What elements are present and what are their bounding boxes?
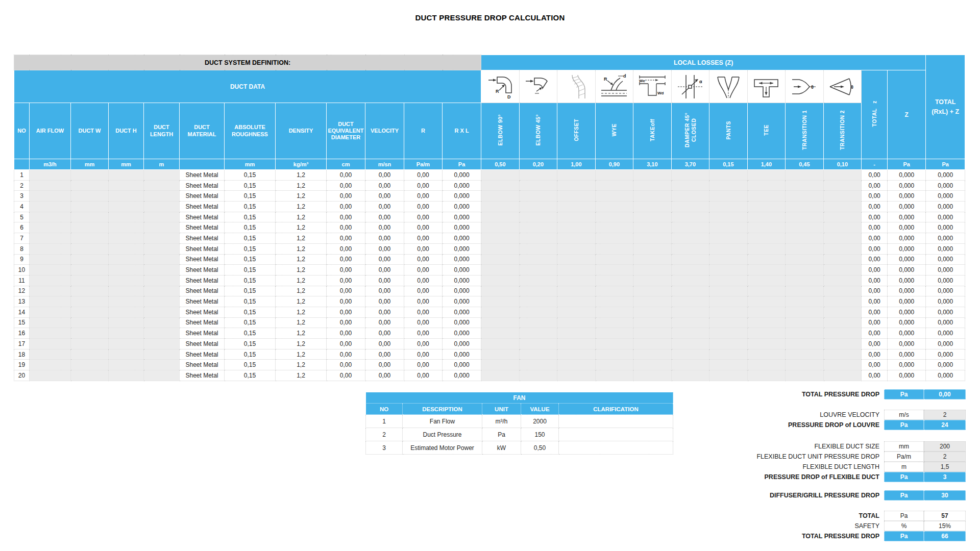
cell-duct-equivalent-diameter[interactable]: 0,00 [327, 222, 365, 233]
cell-pants[interactable] [709, 233, 748, 244]
cell-density[interactable]: 1,2 [276, 233, 327, 244]
cell-pants[interactable] [709, 170, 748, 181]
cell-elbow-90[interactable] [481, 349, 520, 360]
cell-duct-h[interactable] [109, 202, 144, 212]
cell-duct-length[interactable] [144, 170, 180, 181]
cell-duct-length[interactable] [144, 360, 180, 370]
cell-takeoff[interactable] [633, 370, 672, 381]
cell-absolute-roughness[interactable]: 0,15 [225, 349, 276, 360]
cell-total-z[interactable]: 0,00 [862, 286, 888, 296]
fan-cell-description[interactable]: Fan Flow [403, 415, 482, 428]
cell-r[interactable]: 0,00 [404, 275, 443, 286]
cell-duct-material[interactable]: Sheet Metal [180, 286, 225, 296]
cell-elbow-45[interactable] [519, 275, 557, 286]
cell-velocity[interactable]: 0,00 [365, 191, 404, 202]
cell-pants[interactable] [709, 328, 748, 339]
cell-offset[interactable] [557, 254, 596, 265]
cell-transition-1[interactable] [786, 265, 824, 276]
cell-takeoff[interactable] [633, 349, 672, 360]
fan-cell-value[interactable]: 150 [521, 428, 559, 441]
cell-pants[interactable] [709, 202, 748, 212]
cell-damper-45-closed[interactable] [671, 212, 709, 222]
cell-offset[interactable] [557, 328, 596, 339]
cell-no[interactable]: 2 [14, 180, 30, 191]
cell-pants[interactable] [709, 339, 748, 349]
cell-r[interactable]: 0,00 [404, 243, 443, 254]
cell-absolute-roughness[interactable]: 0,15 [225, 360, 276, 370]
summary-value[interactable]: 30 [924, 490, 966, 500]
cell-transition-1[interactable] [786, 339, 824, 349]
cell-damper-45-closed[interactable] [671, 222, 709, 233]
cell-duct-h[interactable] [109, 222, 144, 233]
cell-z[interactable]: 0,000 [888, 243, 926, 254]
cell-duct-w[interactable] [71, 317, 109, 328]
cell-pants[interactable] [709, 360, 748, 370]
cell-duct-h[interactable] [109, 180, 144, 191]
cell-total-rxl-z[interactable]: 0,000 [926, 328, 965, 339]
cell-total-z[interactable]: 0,00 [862, 191, 888, 202]
cell-density[interactable]: 1,2 [276, 243, 327, 254]
cell-damper-45-closed[interactable] [671, 233, 709, 244]
cell-elbow-90[interactable] [481, 191, 520, 202]
cell-duct-w[interactable] [71, 265, 109, 276]
cell-r-x-l[interactable]: 0,000 [443, 307, 481, 317]
cell-r[interactable]: 0,00 [404, 286, 443, 296]
cell-r[interactable]: 0,00 [404, 307, 443, 317]
cell-tee[interactable] [747, 243, 786, 254]
fan-cell-unit[interactable]: m³/h [482, 415, 521, 428]
cell-r-x-l[interactable]: 0,000 [443, 360, 481, 370]
cell-air-flow[interactable] [30, 265, 71, 276]
cell-pants[interactable] [709, 212, 748, 222]
cell-transition-1[interactable] [786, 222, 824, 233]
fan-cell-value[interactable]: 2000 [521, 415, 559, 428]
cell-r-x-l[interactable]: 0,000 [443, 180, 481, 191]
cell-r[interactable]: 0,00 [404, 265, 443, 276]
cell-offset[interactable] [557, 202, 596, 212]
cell-wye[interactable] [595, 212, 633, 222]
cell-duct-equivalent-diameter[interactable]: 0,00 [327, 370, 365, 381]
cell-offset[interactable] [557, 370, 596, 381]
cell-duct-length[interactable] [144, 317, 180, 328]
cell-z[interactable]: 0,000 [888, 360, 926, 370]
cell-duct-equivalent-diameter[interactable]: 0,00 [327, 233, 365, 244]
cell-total-rxl-z[interactable]: 0,000 [926, 275, 965, 286]
cell-tee[interactable] [747, 349, 786, 360]
cell-density[interactable]: 1,2 [276, 254, 327, 265]
cell-transition-2[interactable] [823, 265, 862, 276]
cell-tee[interactable] [747, 339, 786, 349]
cell-pants[interactable] [709, 317, 748, 328]
cell-velocity[interactable]: 0,00 [365, 286, 404, 296]
cell-elbow-90[interactable] [481, 307, 520, 317]
cell-velocity[interactable]: 0,00 [365, 265, 404, 276]
cell-air-flow[interactable] [30, 275, 71, 286]
cell-r-x-l[interactable]: 0,000 [443, 265, 481, 276]
cell-density[interactable]: 1,2 [276, 328, 327, 339]
fan-cell-description[interactable]: Duct Pressure [403, 428, 482, 441]
cell-damper-45-closed[interactable] [671, 296, 709, 307]
cell-duct-equivalent-diameter[interactable]: 0,00 [327, 317, 365, 328]
cell-no[interactable]: 11 [14, 275, 30, 286]
cell-duct-h[interactable] [109, 307, 144, 317]
cell-absolute-roughness[interactable]: 0,15 [225, 307, 276, 317]
cell-damper-45-closed[interactable] [671, 328, 709, 339]
cell-z[interactable]: 0,000 [888, 328, 926, 339]
cell-no[interactable]: 4 [14, 202, 30, 212]
cell-absolute-roughness[interactable]: 0,15 [225, 370, 276, 381]
cell-offset[interactable] [557, 286, 596, 296]
cell-takeoff[interactable] [633, 360, 672, 370]
cell-elbow-45[interactable] [519, 307, 557, 317]
cell-wye[interactable] [595, 317, 633, 328]
cell-r[interactable]: 0,00 [404, 360, 443, 370]
cell-absolute-roughness[interactable]: 0,15 [225, 286, 276, 296]
cell-no[interactable]: 15 [14, 317, 30, 328]
cell-offset[interactable] [557, 222, 596, 233]
cell-r-x-l[interactable]: 0,000 [443, 286, 481, 296]
cell-total-z[interactable]: 0,00 [862, 307, 888, 317]
cell-r-x-l[interactable]: 0,000 [443, 170, 481, 181]
cell-duct-h[interactable] [109, 370, 144, 381]
cell-transition-2[interactable] [823, 349, 862, 360]
cell-damper-45-closed[interactable] [671, 243, 709, 254]
cell-transition-2[interactable] [823, 296, 862, 307]
cell-wye[interactable] [595, 275, 633, 286]
cell-offset[interactable] [557, 191, 596, 202]
